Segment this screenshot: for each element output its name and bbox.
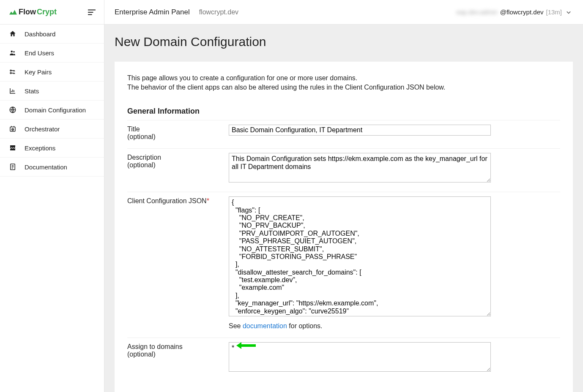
client-config-json-textarea[interactable]: [229, 196, 491, 316]
topbar: Enterprise Admin Panel flowcrypt.dev eap…: [104, 0, 583, 24]
clock-icon: [8, 125, 17, 133]
sidebar-header: FlowCrypt: [0, 0, 104, 24]
section-general-information: General Information: [127, 107, 560, 116]
key-icon: [8, 68, 17, 76]
form-row-assign-domains: Assign to domains (optional): [127, 338, 560, 381]
logo-text-crypt: Crypt: [37, 8, 57, 16]
form-row-title: Title (optional): [127, 120, 560, 148]
user-menu[interactable]: eap.dev.admin @flowcrypt.dev [13m]: [456, 8, 573, 16]
broken-image-icon: [8, 144, 17, 152]
domains-sublabel: (optional): [127, 351, 229, 358]
document-icon: [8, 163, 17, 171]
sidebar-item-label: Stats: [25, 87, 39, 95]
svg-point-3: [10, 73, 11, 74]
sidebar-item-label: Exceptions: [25, 144, 55, 152]
sidebar-item-exceptions[interactable]: Exceptions: [0, 139, 104, 158]
svg-point-1: [13, 51, 15, 53]
sidebar-item-label: Orchestrator: [25, 125, 60, 133]
description-label: Description: [127, 154, 229, 161]
form-row-description: Description (optional): [127, 148, 560, 192]
page-title: New Domain Configuration: [115, 35, 573, 49]
sidebar-nav: Dashboard End Users Key Pairs Stats Doma…: [0, 24, 104, 177]
sidebar-item-key-pairs[interactable]: Key Pairs: [0, 63, 104, 82]
logo-text-flow: Flow: [19, 8, 36, 16]
title-sublabel: (optional): [127, 133, 229, 141]
user-session-time: [13m]: [546, 8, 562, 16]
json-label-text: Client Configuration JSON: [127, 197, 207, 204]
sidebar-item-domain-configuration[interactable]: Domain Configuration: [0, 101, 104, 120]
intro-text: This page allows you to create a configu…: [127, 74, 560, 92]
chevron-down-icon: [564, 8, 573, 16]
sidebar-item-documentation[interactable]: Documentation: [0, 158, 104, 177]
svg-point-2: [10, 70, 11, 71]
home-icon: [8, 30, 17, 38]
documentation-hint: See documentation for options.: [229, 322, 491, 330]
title-input[interactable]: [229, 125, 491, 136]
documentation-link[interactable]: documentation: [243, 322, 287, 329]
sidebar-item-end-users[interactable]: End Users: [0, 44, 104, 63]
stats-icon: [8, 87, 17, 95]
sidebar-item-label: End Users: [25, 49, 54, 57]
sidebar-item-label: Domain Configuration: [25, 106, 86, 114]
topbar-title: Enterprise Admin Panel: [115, 8, 190, 16]
sidebar-item-label: Key Pairs: [25, 68, 52, 76]
title-label: Title: [127, 125, 229, 133]
doc-see-text: See: [229, 322, 243, 329]
json-label: Client Configuration JSON*: [127, 197, 229, 205]
page-header: New Domain Configuration: [104, 24, 583, 62]
content-card: This page allows you to create a configu…: [115, 62, 573, 392]
main: Enterprise Admin Panel flowcrypt.dev eap…: [104, 0, 583, 392]
svg-point-0: [11, 51, 13, 53]
description-textarea[interactable]: [229, 153, 491, 182]
required-asterisk: *: [207, 197, 209, 204]
assign-domains-textarea[interactable]: [229, 342, 491, 372]
intro-line-1: This page allows you to create a configu…: [127, 74, 357, 82]
doc-after-text: for options.: [287, 322, 323, 329]
user-domain: @flowcrypt.dev: [500, 8, 544, 16]
sidebar-item-label: Documentation: [25, 163, 67, 171]
menu-toggle-icon[interactable]: [87, 8, 96, 17]
sidebar-item-orchestrator[interactable]: Orchestrator: [0, 120, 104, 139]
users-icon: [8, 49, 17, 57]
topbar-left: Enterprise Admin Panel flowcrypt.dev: [115, 8, 238, 16]
topbar-domain: flowcrypt.dev: [199, 8, 238, 16]
sidebar-item-label: Dashboard: [25, 30, 55, 38]
sidebar-item-stats[interactable]: Stats: [0, 82, 104, 101]
description-sublabel: (optional): [127, 161, 229, 169]
domains-label: Assign to domains: [127, 343, 229, 351]
form-row-client-config-json: Client Configuration JSON* See documenta…: [127, 192, 560, 338]
intro-line-2: The behavior of the client apps can also…: [127, 84, 445, 91]
logo[interactable]: FlowCrypt: [8, 8, 57, 16]
user-name-blurred: eap.dev.admin: [456, 8, 497, 16]
sidebar-item-dashboard[interactable]: Dashboard: [0, 24, 104, 44]
sidebar: FlowCrypt Dashboard End Users Key Pairs …: [0, 0, 104, 392]
logo-icon: [8, 8, 18, 16]
globe-icon: [8, 106, 17, 114]
